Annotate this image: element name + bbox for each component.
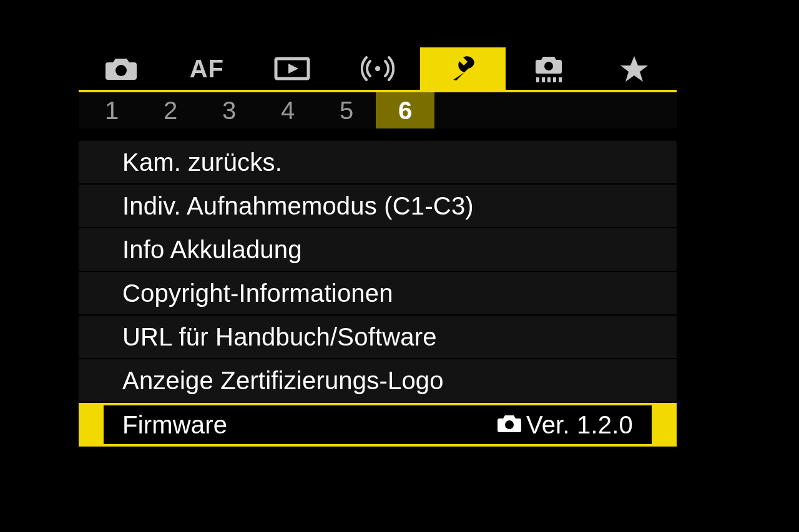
camera-icon (496, 411, 526, 439)
menu-item-reset-camera[interactable]: Kam. zurücks. (79, 141, 677, 185)
tab-setup[interactable] (420, 47, 506, 90)
page-tab-5[interactable]: 5 (317, 92, 376, 128)
menu-item-label: URL für Handbuch/Software (122, 323, 437, 351)
menu-item-manual-url[interactable]: URL für Handbuch/Software (79, 316, 677, 359)
autofocus-icon: AF (190, 55, 224, 83)
tab-mymenu[interactable] (591, 47, 677, 90)
playback-icon (273, 56, 311, 81)
svg-rect-7 (553, 77, 556, 82)
category-tab-row: AF (79, 47, 677, 92)
tab-playback[interactable] (250, 47, 335, 90)
star-icon (620, 55, 649, 82)
svg-point-3 (544, 62, 553, 70)
page-tab-4[interactable]: 4 (258, 92, 317, 128)
custom-camera-icon (531, 54, 566, 84)
page-tab-row: 1 2 3 4 5 6 (79, 92, 677, 128)
svg-point-9 (505, 420, 514, 429)
page-tab-6[interactable]: 6 (376, 92, 434, 128)
svg-rect-6 (547, 77, 551, 82)
svg-point-0 (115, 65, 127, 76)
page-tab-1[interactable]: 1 (82, 92, 141, 128)
menu-item-custom-shooting-mode[interactable]: Indiv. Aufnahmemodus (C1-C3) (79, 185, 677, 228)
tab-shooting[interactable] (79, 47, 164, 90)
menu-item-label: Copyright-Informationen (122, 279, 393, 307)
menu-item-copyright-info[interactable]: Copyright-Informationen (79, 272, 677, 316)
firmware-value: Ver. 1.2.0 (496, 411, 633, 439)
tab-custom-functions[interactable] (506, 47, 591, 90)
svg-rect-5 (542, 77, 545, 82)
camera-icon (104, 56, 138, 81)
svg-rect-4 (536, 77, 539, 82)
spacer (79, 128, 677, 141)
firmware-version-text: Ver. 1.2.0 (526, 411, 633, 439)
menu-item-label: Kam. zurücks. (122, 148, 282, 177)
menu-list: Kam. zurücks. Indiv. Aufnahmemodus (C1-C… (79, 141, 677, 447)
menu-item-label: Indiv. Aufnahmemodus (C1-C3) (122, 192, 474, 220)
svg-rect-8 (559, 77, 562, 82)
svg-point-2 (375, 66, 380, 71)
tab-autofocus[interactable]: AF (164, 47, 250, 90)
menu-item-firmware[interactable]: Firmware Ver. 1.2.0 (79, 403, 677, 447)
tab-wireless[interactable] (335, 47, 421, 90)
page-tab-3[interactable]: 3 (200, 92, 258, 128)
menu-item-battery-info[interactable]: Info Akkuladung (79, 228, 677, 272)
wrench-icon (449, 55, 477, 82)
menu-item-label: Firmware (122, 411, 227, 439)
page-tab-2[interactable]: 2 (141, 92, 200, 128)
menu-item-certification-logo[interactable]: Anzeige Zertifizierungs-Logo (79, 359, 677, 403)
menu-item-label: Anzeige Zertifizierungs-Logo (122, 367, 444, 395)
menu-item-label: Info Akkuladung (122, 236, 302, 264)
wireless-icon (361, 55, 395, 82)
camera-menu-screen: AF (79, 47, 677, 472)
